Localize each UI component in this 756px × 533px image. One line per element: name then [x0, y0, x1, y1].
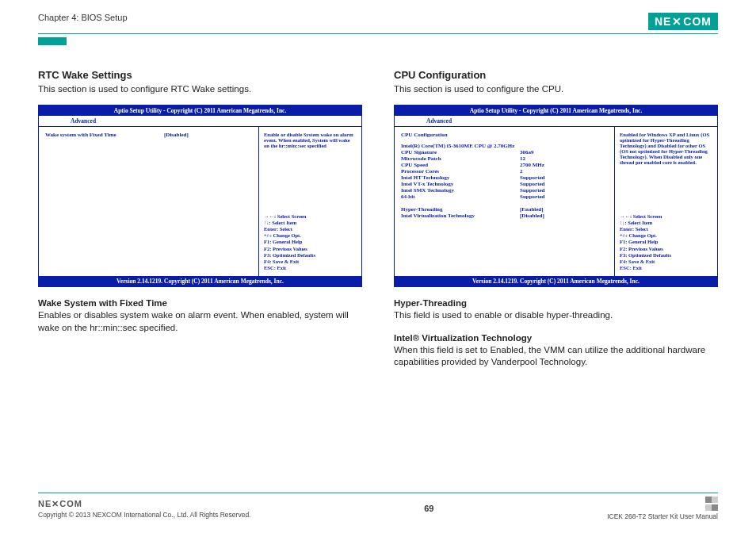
brand-logo: NE✕COM — [648, 13, 718, 30]
copyright-text: Copyright © 2013 NEXCOM International Co… — [38, 511, 250, 519]
bios-help-text: Enabled for Windows XP and Linux (OS opt… — [620, 132, 712, 165]
bios-panel-cpu: Aptio Setup Utility - Copyright (C) 2011… — [394, 105, 718, 287]
bios-help-text: Enable or disable System wake on alarm e… — [264, 132, 357, 148]
hyper-threading-value[interactable]: [Enabled] — [520, 206, 544, 213]
vtx-tech-label: Intel VT-x Technology — [401, 181, 520, 187]
section-desc-cpu: This section is used to configure the CP… — [394, 84, 718, 94]
page-number: 69 — [424, 504, 433, 513]
section-desc-rtc: This section is used to configure RTC Wa… — [38, 84, 362, 94]
wake-fixed-time-label[interactable]: Wake system with Fixed Time — [45, 132, 164, 138]
subdesc-wake-fixed-time: Enables or disables system wake on alarm… — [38, 309, 362, 334]
subhead-intel-vt: Intel® Virtualization Technology — [394, 333, 718, 343]
bios-footer: Version 2.14.1219. Copyright (C) 2011 Am… — [39, 276, 361, 286]
bios-key-legend: →←: Select Screen ↑↓: Select Item Enter:… — [620, 213, 712, 271]
smx-tech-value: Supported — [520, 187, 545, 194]
intel-vt-option[interactable]: Intel Virtualization Technology — [401, 213, 520, 219]
cpu-sig-label: CPU Signature — [401, 149, 520, 155]
manual-title: ICEK 268-T2 Starter Kit User Manual — [607, 512, 718, 520]
wake-fixed-time-value[interactable]: [Disabled] — [164, 132, 189, 138]
footer-logo: NE✕COM — [38, 499, 250, 509]
section-title-cpu: CPU Configuration — [394, 69, 718, 81]
bios-key-legend: →←: Select Screen ↑↓: Select Item Enter:… — [264, 213, 357, 271]
bit64-label: 64-bit — [401, 194, 520, 200]
bios-footer: Version 2.14.1219. Copyright (C) 2011 Am… — [395, 276, 717, 286]
ht-tech-value: Supported — [520, 174, 545, 181]
subhead-wake-fixed-time: Wake System with Fixed Time — [38, 298, 362, 308]
cpu-config-heading: CPU Configuration — [401, 132, 608, 138]
cores-value: 2 — [520, 168, 523, 174]
footer-squares-icon — [607, 497, 718, 512]
bios-panel-rtc: Aptio Setup Utility - Copyright (C) 2011… — [38, 105, 362, 287]
subhead-hyper-threading: Hyper-Threading — [394, 298, 718, 308]
microcode-value: 12 — [520, 155, 525, 162]
bios-tab-advanced[interactable]: Advanced — [39, 116, 361, 127]
cpu-sig-value: 306a9 — [520, 149, 534, 155]
hyper-threading-option[interactable]: Hyper-Threading — [401, 206, 520, 213]
bios-tab-advanced[interactable]: Advanced — [395, 116, 717, 127]
section-title-rtc: RTC Wake Settings — [38, 69, 362, 81]
ht-tech-label: Intel HT Technology — [401, 174, 520, 181]
vtx-tech-value: Supported — [520, 181, 545, 187]
microcode-label: Microcode Patch — [401, 155, 520, 162]
bios-header: Aptio Setup Utility - Copyright (C) 2011… — [395, 105, 717, 116]
subdesc-intel-vt: When this field is set to Enabled, the V… — [394, 344, 718, 369]
bit64-value: Supported — [520, 194, 545, 200]
smx-tech-label: Intel SMX Technology — [401, 187, 520, 194]
cores-label: Processor Cores — [401, 168, 520, 174]
cpu-speed-label: CPU Speed — [401, 162, 520, 168]
subdesc-hyper-threading: This field is used to enable or disable … — [394, 309, 718, 322]
cpu-model: Intel(R) Core(TM) i5-3610ME CPU @ 2.70GH… — [401, 143, 608, 149]
intel-vt-value[interactable]: [Disabled] — [520, 213, 544, 219]
bios-header: Aptio Setup Utility - Copyright (C) 2011… — [39, 105, 361, 116]
accent-bar — [38, 37, 67, 45]
chapter-label: Chapter 4: BIOS Setup — [38, 13, 128, 22]
cpu-speed-value: 2700 MHz — [520, 162, 544, 168]
